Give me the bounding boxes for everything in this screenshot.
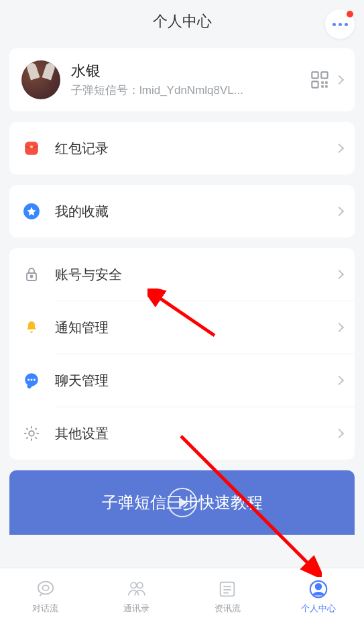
profile-name: 水银 bbox=[71, 62, 310, 81]
profile-row[interactable]: 水银 子弹短信号：lmid_YdnNmlq8VL... bbox=[9, 48, 355, 111]
chevron-right-icon bbox=[335, 144, 344, 153]
tab-profile[interactable]: 个人中心 bbox=[273, 568, 364, 624]
svg-rect-5 bbox=[321, 85, 324, 88]
gear-icon bbox=[21, 423, 42, 444]
chevron-right-icon bbox=[335, 207, 344, 216]
chevron-right-icon bbox=[335, 429, 344, 438]
notifications-row[interactable]: 通知管理 bbox=[9, 301, 355, 354]
security-label: 账号与安全 bbox=[55, 266, 336, 284]
tab-contacts-label: 通讯录 bbox=[123, 603, 149, 615]
profile-info: 水银 子弹短信号：lmid_YdnNmlq8VL... bbox=[71, 62, 310, 98]
page-title: 个人中心 bbox=[153, 11, 212, 32]
tab-news-label: 资讯流 bbox=[215, 603, 241, 615]
favorites-icon bbox=[21, 201, 42, 221]
tab-chat-label: 对话流 bbox=[32, 603, 58, 615]
person-icon bbox=[308, 578, 329, 600]
chat-settings-label: 聊天管理 bbox=[55, 372, 336, 390]
tab-news[interactable]: 资讯流 bbox=[182, 568, 274, 624]
svg-point-26 bbox=[316, 584, 321, 589]
favorites-label: 我的收藏 bbox=[55, 203, 336, 221]
svg-rect-6 bbox=[325, 85, 328, 88]
lock-icon bbox=[21, 264, 42, 284]
svg-rect-4 bbox=[325, 81, 328, 84]
chevron-right-icon bbox=[335, 323, 344, 332]
content: 水银 子弹短信号：lmid_YdnNmlq8VL... bbox=[0, 43, 364, 460]
notifications-label: 通知管理 bbox=[55, 319, 336, 337]
notification-dot bbox=[347, 11, 353, 17]
play-icon bbox=[168, 488, 197, 517]
tab-profile-label: 个人中心 bbox=[301, 603, 336, 615]
svg-point-8 bbox=[30, 146, 33, 148]
qr-icon bbox=[310, 70, 329, 89]
profile-id: 子弹短信号：lmid_YdnNmlq8VL... bbox=[71, 83, 310, 98]
svg-point-13 bbox=[27, 378, 29, 380]
svg-point-18 bbox=[42, 585, 48, 590]
svg-point-15 bbox=[34, 378, 36, 380]
redpacket-icon bbox=[21, 138, 42, 158]
chevron-right-icon bbox=[335, 376, 344, 385]
other-settings-row[interactable]: 其他设置 bbox=[9, 407, 355, 460]
tab-chat[interactable]: 对话流 bbox=[0, 568, 91, 624]
other-settings-label: 其他设置 bbox=[55, 425, 336, 443]
settings-card: 账号与安全 通知管理 bbox=[9, 248, 355, 460]
profile-card: 水银 子弹短信号：lmid_YdnNmlq8VL... bbox=[9, 48, 355, 111]
chat-settings-row[interactable]: 聊天管理 bbox=[9, 354, 355, 407]
svg-rect-2 bbox=[312, 81, 318, 87]
chat-icon bbox=[21, 370, 42, 391]
svg-point-17 bbox=[38, 581, 54, 594]
people-icon bbox=[126, 578, 147, 600]
redpacket-card: 红包记录 bbox=[9, 122, 355, 174]
tutorial-banner[interactable]: 子弹短信三步快速教程 bbox=[9, 470, 355, 535]
svg-rect-0 bbox=[312, 72, 318, 78]
bell-icon bbox=[21, 317, 42, 337]
more-button[interactable] bbox=[325, 9, 355, 39]
svg-rect-1 bbox=[321, 72, 327, 78]
favorites-card: 我的收藏 bbox=[9, 185, 355, 238]
chevron-right-icon bbox=[335, 270, 344, 279]
header: 个人中心 bbox=[0, 0, 364, 43]
redpacket-row[interactable]: 红包记录 bbox=[9, 122, 355, 174]
chevron-right-icon bbox=[335, 75, 344, 85]
chat-flow-icon bbox=[35, 578, 56, 600]
svg-rect-3 bbox=[321, 81, 324, 84]
svg-point-16 bbox=[29, 431, 34, 436]
svg-point-20 bbox=[137, 582, 142, 588]
more-icon bbox=[332, 23, 348, 26]
tab-contacts[interactable]: 通讯录 bbox=[91, 568, 182, 624]
security-row[interactable]: 账号与安全 bbox=[9, 248, 355, 301]
redpacket-label: 红包记录 bbox=[55, 140, 336, 158]
svg-point-11 bbox=[31, 276, 33, 278]
favorites-row[interactable]: 我的收藏 bbox=[9, 185, 355, 238]
news-icon bbox=[217, 578, 238, 600]
avatar bbox=[21, 60, 60, 99]
tabbar: 对话流 通讯录 资讯流 bbox=[0, 568, 364, 624]
svg-point-14 bbox=[30, 378, 32, 380]
svg-point-19 bbox=[131, 582, 136, 588]
